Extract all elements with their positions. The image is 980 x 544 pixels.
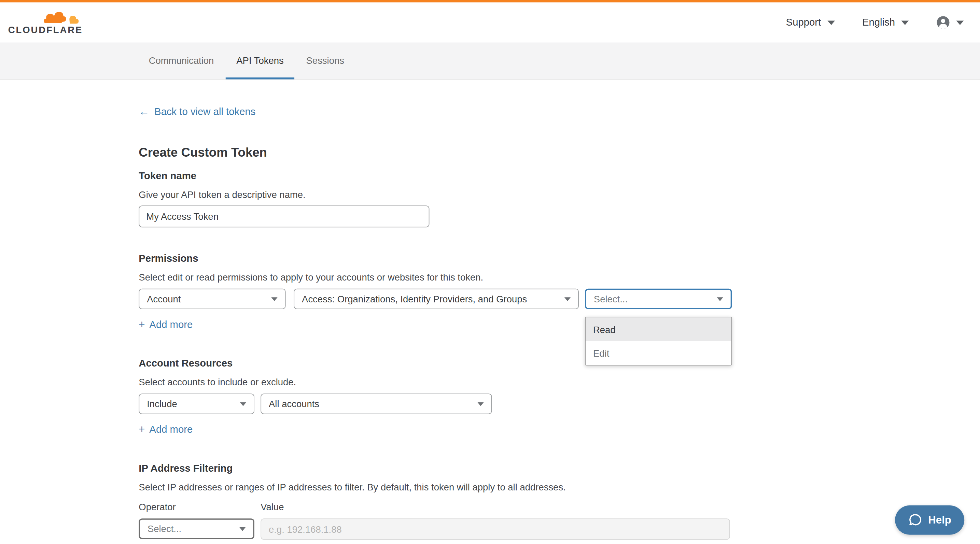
account-resources-description: Select accounts to include or exclude.: [138, 377, 980, 387]
add-resource-label: Add more: [149, 425, 192, 435]
token-name-input[interactable]: [138, 205, 429, 227]
ip-operator-placeholder: Select...: [148, 523, 181, 534]
plus-icon: +: [138, 320, 145, 330]
tab-api-tokens[interactable]: API Tokens: [226, 42, 294, 79]
support-menu[interactable]: Support: [786, 17, 835, 28]
permission-group-value: Access: Organizations, Identity Provider…: [302, 293, 527, 304]
permission-access-placeholder: Select...: [594, 293, 628, 304]
account-resources-section: Account Resources Select accounts to inc…: [138, 358, 980, 436]
resource-select[interactable]: All accounts: [261, 393, 492, 414]
permission-group-select[interactable]: Access: Organizations, Identity Provider…: [294, 289, 579, 309]
back-link-label: Back to view all tokens: [154, 106, 255, 117]
chevron-down-icon: [477, 402, 484, 406]
ip-filtering-heading: IP Address Filtering: [138, 463, 980, 474]
profile-tabbar: Communication API Tokens Sessions: [0, 42, 980, 80]
account-resources-row: Include All accounts: [138, 393, 980, 414]
help-button[interactable]: Help: [895, 506, 964, 535]
account-resources-heading: Account Resources: [138, 358, 980, 369]
permissions-heading: Permissions: [138, 253, 980, 264]
chevron-down-icon: [240, 402, 246, 406]
chevron-down-icon: [901, 20, 908, 25]
user-menu[interactable]: [936, 16, 964, 29]
permission-scope-value: Account: [147, 293, 181, 304]
permission-scope-select[interactable]: Account: [138, 289, 285, 309]
support-label: Support: [786, 17, 821, 28]
ip-filtering-labels: Operator Value: [138, 502, 980, 512]
add-resource-link[interactable]: + Add more: [138, 425, 192, 435]
page: CLOUDFLARE Support English: [0, 0, 980, 544]
cloudflare-wordmark: CLOUDFLARE: [8, 25, 79, 34]
brand-accent-bar: [0, 0, 980, 2]
permissions-section: Permissions Select edit or read permissi…: [138, 253, 980, 330]
permissions-description: Select edit or read permissions to apply…: [138, 272, 980, 282]
cloudflare-cloud-icon: [42, 11, 78, 24]
permission-access-menu: Read Edit: [585, 317, 732, 365]
ip-filtering-description: Select IP addresses or ranges of IP addr…: [138, 482, 980, 492]
token-name-section: Token name Give your API token a descrip…: [138, 171, 980, 228]
chat-bubble-icon: [908, 513, 923, 527]
chevron-down-icon: [239, 527, 245, 531]
chevron-down-icon: [827, 20, 835, 25]
chevron-down-icon: [717, 297, 723, 301]
header: CLOUDFLARE Support English: [0, 2, 980, 42]
tab-sessions[interactable]: Sessions: [295, 42, 355, 79]
back-link[interactable]: ← Back to view all tokens: [138, 106, 255, 117]
language-label: English: [862, 17, 895, 28]
ip-filtering-row: Select...: [138, 519, 980, 539]
resource-operator-select[interactable]: Include: [138, 393, 255, 414]
menu-option-edit[interactable]: Edit: [585, 341, 731, 365]
resource-value: All accounts: [269, 399, 319, 409]
value-label: Value: [261, 502, 284, 512]
ip-filtering-section: IP Address Filtering Select IP addresses…: [138, 463, 980, 539]
operator-label: Operator: [138, 502, 261, 512]
help-button-label: Help: [928, 514, 951, 526]
ip-operator-select[interactable]: Select...: [138, 519, 255, 539]
add-permission-link[interactable]: + Add more: [138, 320, 192, 330]
header-right: Support English: [786, 16, 964, 29]
permissions-row: Account Access: Organizations, Identity …: [138, 289, 980, 309]
plus-icon: +: [138, 425, 145, 435]
user-avatar-icon: [936, 16, 950, 29]
language-menu[interactable]: English: [862, 17, 908, 28]
chevron-down-icon: [565, 297, 571, 301]
tab-communication[interactable]: Communication: [138, 42, 225, 79]
chevron-down-icon: [271, 297, 277, 301]
permission-access-select[interactable]: Select... Read Edit: [585, 289, 732, 309]
main-content: ← Back to view all tokens Create Custom …: [0, 80, 980, 539]
resource-operator-value: Include: [147, 399, 177, 409]
chevron-down-icon: [956, 20, 964, 25]
token-name-description: Give your API token a descriptive name.: [138, 189, 980, 200]
token-name-heading: Token name: [138, 171, 980, 182]
add-permission-label: Add more: [149, 320, 192, 330]
page-title: Create Custom Token: [138, 145, 980, 159]
viewport: CLOUDFLARE Support English: [0, 0, 980, 544]
ip-value-input[interactable]: [261, 519, 730, 539]
menu-option-read[interactable]: Read: [585, 317, 731, 341]
cloudflare-logo[interactable]: CLOUDFLARE: [8, 11, 79, 35]
back-arrow-icon: ←: [138, 106, 149, 117]
